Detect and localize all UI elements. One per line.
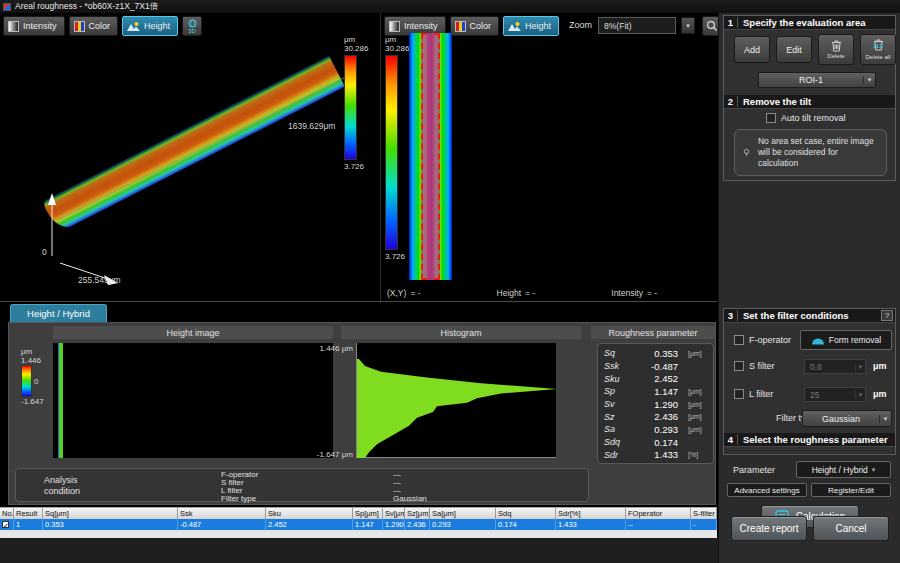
intensity-icon — [389, 21, 400, 32]
tab-height-hybrid[interactable]: Height / Hybrid — [10, 304, 107, 322]
l-filter-checkbox[interactable] — [734, 389, 744, 399]
auto-tilt-checkbox[interactable] — [766, 113, 776, 123]
filter-group: 3 Set the filter conditions ? F-operator… — [723, 308, 896, 455]
chevron-down-icon: ▾ — [855, 363, 865, 371]
delete-all-roi-button[interactable]: ALL Delete all — [860, 34, 896, 65]
height-icon — [508, 21, 521, 31]
zoom-label: Zoom — [569, 20, 592, 30]
col-header[interactable]: Sp[μm] — [353, 508, 383, 519]
param-row: Sz2.436[μm] — [604, 410, 707, 423]
param-row: Sa0.293[μm] — [604, 423, 707, 436]
parameter-label: Parameter — [733, 465, 775, 475]
s-filter-value-select[interactable]: 0.8 ▾ — [804, 359, 866, 374]
height-colorbar-mid: 0 — [34, 377, 38, 386]
chevron-down-icon: ▾ — [863, 76, 875, 84]
section1-header: 1 Specify the evaluation area — [724, 16, 895, 30]
l-filter-unit: μm — [873, 389, 887, 399]
col-header[interactable]: Sq[μm] — [43, 508, 178, 519]
colorbar-2d-gradient — [385, 55, 398, 250]
color-button-2d[interactable]: Color — [450, 16, 500, 36]
auto-tilt-row: Auto tilt removal — [766, 113, 846, 123]
histogram-plot-svg — [357, 343, 557, 458]
roi-selection[interactable] — [421, 33, 440, 280]
roi-select[interactable]: ROI-1 ▾ — [758, 72, 876, 88]
s-filter-unit: μm — [873, 361, 887, 371]
height-image-view[interactable] — [53, 343, 333, 458]
histogram-header: Histogram — [341, 326, 581, 339]
row-checkbox[interactable]: ✓ — [2, 521, 9, 528]
f-operator-checkbox[interactable] — [734, 335, 744, 345]
histogram-plot — [356, 343, 556, 458]
col-header[interactable]: Ssk — [178, 508, 266, 519]
areal-roughness-window: Areal roughness - *ob60X-z1X_7X1倍 Intens… — [0, 0, 900, 563]
col-header[interactable]: Result — [14, 508, 43, 519]
results-table: No. Result Sq[μm] Ssk Sku Sp[μm] Sv[μm] … — [0, 507, 717, 538]
l-filter-value-select[interactable]: 25 ▾ — [804, 387, 866, 402]
chevron-down-icon: ▾ — [879, 415, 891, 423]
zoom-select-arrow[interactable]: ▾ — [681, 17, 695, 34]
col-header[interactable]: S-filter — [691, 508, 717, 519]
colorbar-3d-gradient — [344, 55, 357, 160]
param-row: Sp1.147[μm] — [604, 385, 707, 398]
s-filter-checkbox[interactable] — [734, 361, 744, 371]
height-label: Height — [497, 288, 522, 298]
advanced-settings-button[interactable]: Advanced settings — [727, 483, 807, 497]
form-removal-button[interactable]: Form removal — [800, 330, 892, 350]
section1-title: Specify the evaluation area — [738, 17, 895, 28]
roughness-header: Roughness parameter — [591, 326, 715, 339]
axes-3d-wireframe — [0, 13, 379, 303]
hint-box: No area set case, entire image will be c… — [734, 129, 887, 176]
col-header[interactable]: Sa[μm] — [430, 508, 496, 519]
help-button[interactable]: ? — [881, 310, 893, 321]
color-icon — [455, 21, 466, 32]
height-value: = - — [525, 288, 535, 298]
register-edit-button[interactable]: Register/Edit — [811, 483, 891, 497]
auto-tilt-label: Auto tilt removal — [781, 113, 846, 123]
filter-type-select[interactable]: Gaussian ▾ — [802, 410, 892, 427]
height-image-header: Height image — [53, 326, 333, 339]
section4-title: Select the roughness parameter — [738, 434, 895, 445]
xy-value: = - — [410, 288, 420, 298]
col-header[interactable]: Sdr[%] — [556, 508, 626, 519]
edit-roi-button[interactable]: Edit — [776, 36, 812, 63]
viewport-2d[interactable]: Intensity Color Height Zoom 8%(Fit) ▾ — [380, 13, 717, 303]
section3-header: 3 Set the filter conditions ? — [724, 309, 895, 323]
param-row: Sq0.353[μm] — [604, 347, 707, 360]
col-header[interactable]: Sv[μm] — [383, 508, 405, 519]
f-operator-label: F-operator — [749, 335, 791, 345]
delete-roi-button[interactable]: Delete — [818, 34, 854, 65]
col-header[interactable]: FOperator — [626, 508, 691, 519]
colorbar-3d: μm 30.286 3.726 — [344, 35, 378, 171]
height-button-2d[interactable]: Height — [503, 16, 559, 36]
form-removal-icon — [811, 336, 825, 345]
parameter-select[interactable]: Height / Hybrid ▾ — [796, 461, 891, 478]
axis-width-label: 255.549μm — [78, 275, 121, 285]
height-colorbar-gradient — [21, 365, 32, 397]
axis-origin-label: 0 — [42, 247, 47, 257]
param-row: Sku2.452 — [604, 372, 707, 385]
analysis-condition-rows: F-operator--- S filter--- L filter--- Fi… — [221, 470, 427, 502]
window-title: Areal roughness - *ob60X-z1X_7X1倍 — [15, 1, 158, 13]
cancel-button[interactable]: Cancel — [813, 516, 889, 541]
col-header[interactable]: No. — [0, 508, 14, 519]
horizontal-splitter[interactable] — [0, 301, 717, 302]
create-report-button[interactable]: Create report — [731, 516, 807, 541]
trash-icon — [831, 40, 842, 52]
analysis-condition-box: Analysis condition F-operator--- S filte… — [15, 468, 589, 502]
col-header[interactable]: Sku — [266, 508, 353, 519]
section2-title: Remove the tilt — [738, 96, 895, 107]
settings-panel: 1 Specify the evaluation area Add Edit D… — [718, 13, 900, 563]
section4-header: 4 Select the roughness parameter — [724, 433, 895, 447]
zoom-select[interactable]: 8%(Fit) — [598, 17, 676, 34]
col-header[interactable]: Sz[μm] — [405, 508, 430, 519]
add-roi-button[interactable]: Add — [734, 36, 770, 63]
chevron-down-icon: ▾ — [855, 391, 865, 399]
param-row: Ssk-0.487 — [604, 360, 707, 373]
section3-title: Set the filter conditions — [738, 310, 881, 321]
col-header[interactable]: Sdq — [496, 508, 556, 519]
l-filter-label: L filter — [749, 389, 773, 399]
height-colorbar-unit: μm — [21, 347, 57, 356]
analysis-condition-label: Analysis condition — [44, 475, 80, 497]
table-row[interactable]: ✓ 1 0.353 -0.487 2.452 1.147 1.290 2.436… — [0, 519, 717, 530]
viewport-3d[interactable]: Intensity Color Height 3D — [0, 13, 379, 303]
